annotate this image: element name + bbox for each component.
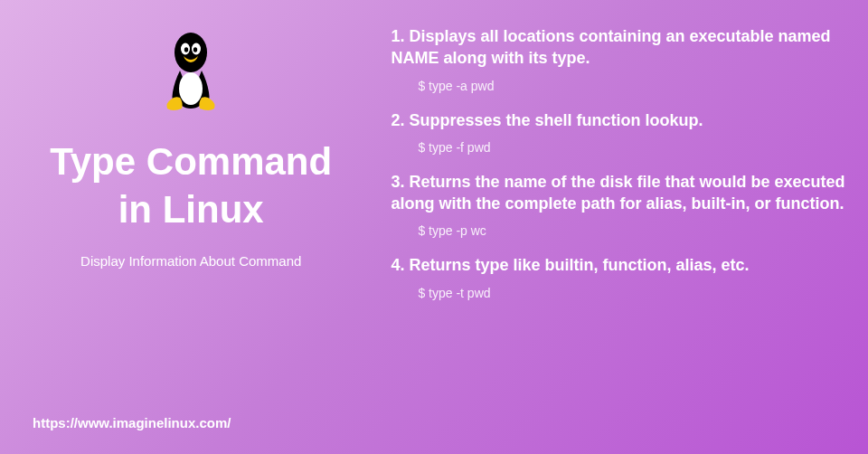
list-item: 2. Suppresses the shell function lookup.… bbox=[391, 109, 850, 155]
item-command: $ type -t pwd bbox=[391, 286, 850, 300]
item-command: $ type -p wc bbox=[391, 223, 850, 238]
page-title: Type Command in Linux bbox=[50, 138, 332, 233]
svg-point-6 bbox=[193, 47, 197, 52]
list-item: 1. Displays all locations containing an … bbox=[391, 25, 850, 93]
title-line-1: Type Command bbox=[50, 140, 332, 183]
item-heading: 1. Displays all locations containing an … bbox=[391, 25, 850, 70]
page-subtitle: Display Information About Command bbox=[80, 253, 301, 269]
item-heading: 3. Returns the name of the disk file tha… bbox=[391, 171, 850, 215]
item-heading: 4. Returns type like builtin, function, … bbox=[391, 254, 850, 276]
svg-point-5 bbox=[184, 47, 188, 52]
list-item: 4. Returns type like builtin, function, … bbox=[391, 254, 850, 299]
item-command: $ type -f pwd bbox=[391, 140, 850, 155]
list-item: 3. Returns the name of the disk file tha… bbox=[391, 171, 850, 239]
footer-url: https://www.imaginelinux.com/ bbox=[33, 415, 231, 430]
right-panel: 1. Displays all locations containing an … bbox=[382, 0, 868, 454]
svg-point-2 bbox=[175, 33, 207, 72]
item-command: $ type -a pwd bbox=[391, 79, 850, 93]
svg-point-1 bbox=[179, 72, 203, 105]
title-line-2: in Linux bbox=[118, 188, 264, 231]
item-heading: 2. Suppresses the shell function lookup. bbox=[391, 109, 850, 131]
left-panel: Type Command in Linux Display Informatio… bbox=[0, 0, 382, 454]
tux-penguin-icon bbox=[155, 27, 227, 117]
